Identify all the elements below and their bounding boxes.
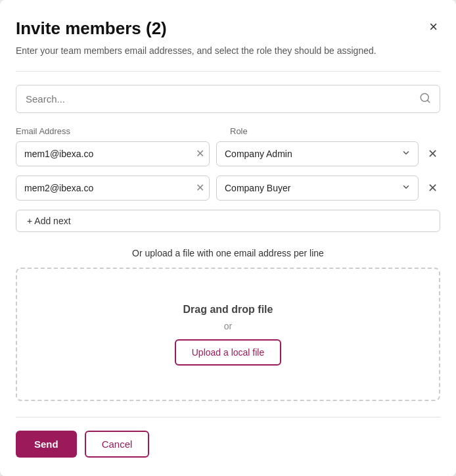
role-select-wrap-1: Company Admin Company Buyer Company Memb…	[216, 141, 419, 166]
role-select-wrap-2: Company Admin Company Buyer Company Memb…	[216, 176, 419, 201]
search-icon	[419, 92, 431, 107]
upload-local-file-button[interactable]: Upload a local file	[175, 339, 282, 366]
remove-row-button-1[interactable]: ✕	[425, 144, 440, 164]
role-select-1[interactable]: Company Admin Company Buyer Company Memb…	[216, 141, 419, 166]
modal-title: Invite members (2)	[16, 18, 167, 39]
email-input-1[interactable]	[16, 141, 210, 166]
role-label: Role	[230, 126, 440, 136]
email-field-wrap-2: ✕	[16, 176, 210, 201]
drop-zone[interactable]: Drag and drop file or Upload a local fil…	[16, 268, 440, 401]
search-input[interactable]	[16, 85, 440, 113]
invite-members-modal: Invite members (2) × Enter your team mem…	[0, 0, 456, 476]
upload-section-label: Or upload a file with one email address …	[16, 248, 440, 258]
modal-header: Invite members (2) ×	[16, 18, 440, 39]
email-input-2[interactable]	[16, 176, 210, 201]
add-next-button[interactable]: + Add next	[16, 210, 440, 232]
drag-drop-text: Drag and drop file	[183, 304, 273, 316]
email-field-wrap-1: ✕	[16, 141, 210, 166]
search-wrapper	[16, 85, 440, 113]
send-button[interactable]: Send	[16, 431, 77, 458]
modal-footer: Send Cancel	[16, 431, 440, 458]
cancel-button[interactable]: Cancel	[85, 431, 150, 458]
footer-divider	[16, 417, 440, 417]
close-button[interactable]: ×	[426, 18, 440, 36]
member-row: ✕ Company Admin Company Buyer Company Me…	[16, 141, 440, 166]
fields-header: Email Address Role	[16, 126, 440, 136]
role-select-2[interactable]: Company Admin Company Buyer Company Memb…	[216, 176, 419, 201]
header-divider	[16, 71, 440, 72]
or-text: or	[224, 321, 232, 331]
modal-subtitle: Enter your team members email addresses,…	[16, 44, 440, 58]
member-row-2: ✕ Company Admin Company Buyer Company Me…	[16, 176, 440, 201]
remove-row-button-2[interactable]: ✕	[425, 178, 440, 198]
clear-email-button-2[interactable]: ✕	[196, 183, 204, 193]
email-label: Email Address	[16, 126, 219, 136]
svg-line-1	[427, 100, 429, 102]
clear-email-button-1[interactable]: ✕	[196, 149, 204, 159]
